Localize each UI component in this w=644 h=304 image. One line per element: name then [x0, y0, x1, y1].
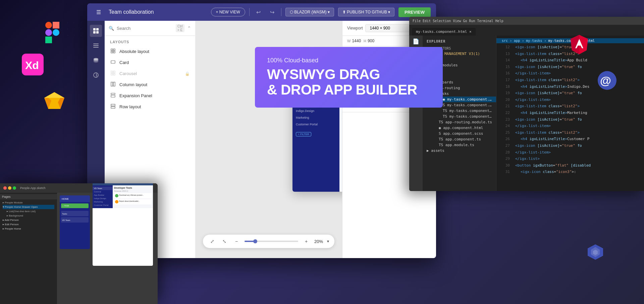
filter-label: + FILTER [296, 132, 311, 136]
maximize-dot[interactable] [13, 186, 16, 190]
sketch-canvas: HOME + TASK Tasks VD Team [57, 193, 158, 304]
zoom-in-button[interactable]: + [302, 237, 310, 245]
layer-background[interactable]: ▸ Background [3, 214, 54, 218]
file-app-module[interactable]: TS app.module.ts [423, 142, 496, 148]
search-icon: 🔍 [109, 26, 114, 31]
code-line-29: 29</igx-list> [496, 156, 644, 162]
zoom-out-button[interactable]: − [232, 237, 240, 245]
vscode-menu-help[interactable]: Help [495, 19, 503, 23]
ab2-nav-general: General [93, 190, 113, 193]
components-icon-btn[interactable] [90, 25, 102, 37]
folder-assets[interactable]: ▶ assets [423, 148, 496, 154]
angular-at-icon: @ [597, 70, 617, 90]
vscode-tab-active[interactable]: my-tasks.component.html × [412, 28, 476, 36]
code-line-30: 30<button igxButton="flat" [disabled [496, 162, 644, 169]
nav-indigo[interactable]: Indigo.Design [292, 108, 339, 114]
ab2-body: VD Team General App Builder Indigo.Desig… [93, 185, 153, 208]
vscode-menu-go[interactable]: Go [463, 19, 467, 23]
svg-marker-10 [44, 92, 64, 98]
layer-list[interactable]: ▸ List(One-line item List) [3, 209, 54, 214]
file-spec[interactable]: TS my-tasks.component.spec.ts [423, 108, 496, 114]
svg-rect-41 [111, 93, 115, 95]
layer-people-home[interactable]: ▸ People Home [3, 227, 54, 231]
hero-text: 100% Cloud-based WYSIWYG DRAG& DROP APP … [255, 47, 443, 108]
layout-row[interactable]: Row layout [105, 101, 195, 112]
preview-button[interactable]: PREVIEW [398, 7, 431, 17]
app-title: Team collaboration [109, 9, 207, 15]
layout-carousel: Carousel 🔒 [105, 68, 195, 79]
layouts-section-header: LAYOUTS [105, 36, 195, 46]
vscode-menu-view[interactable]: View [453, 19, 461, 23]
svg-rect-35 [111, 71, 113, 73]
fit-screen-button[interactable]: ⤢ [208, 237, 216, 245]
code-line-19: 19<igx-icon [isActive]="true" fo [496, 90, 644, 97]
zoom-dropdown-button[interactable]: ▾ [327, 239, 329, 244]
file-app-ts[interactable]: TS app.component.ts [423, 136, 496, 142]
undo-button[interactable]: ↩ [254, 8, 263, 17]
collapse-icon[interactable]: ⌃ [187, 25, 191, 31]
svg-rect-23 [93, 31, 96, 34]
svg-rect-43 [111, 104, 115, 106]
vscode-menu-run[interactable]: Run [469, 19, 475, 23]
card-layout-label: Card [119, 60, 129, 65]
svg-rect-3 [53, 22, 59, 28]
theme-icon-btn[interactable] [90, 69, 102, 81]
layout-absolute[interactable]: Absolute layout [105, 46, 195, 57]
nav-filter-btn[interactable]: + FILTER [292, 128, 339, 139]
artboard-1: HOME + TASK Tasks VD Team [60, 195, 90, 249]
search-input[interactable] [117, 26, 173, 31]
blazor-button[interactable]: ⬡ BLAZOR (WASM) ▾ [285, 8, 334, 16]
layer-people-home-drawer[interactable]: ▾ People Home Drawer Open [3, 205, 54, 209]
column-layout-icon [110, 82, 116, 87]
layout-column[interactable]: Column layout [105, 79, 195, 90]
ab1-add-task: + TASK [61, 203, 89, 208]
new-view-button[interactable]: + NEW VIEW [211, 8, 245, 16]
layers-icon-btn[interactable] [90, 40, 102, 52]
ab2-t2-text: Report about downloaded... [119, 200, 140, 203]
vscode-menu-edit[interactable]: Edit [423, 19, 431, 23]
vscode-menu-selection[interactable]: Selection [433, 19, 451, 23]
vscode-editor: src › app › my-tasks › my-tasks.componen… [496, 36, 644, 191]
ab1-title: HOME [62, 198, 69, 200]
svg-rect-37 [111, 73, 113, 75]
file-app-scss[interactable]: S app.component.scss [423, 131, 496, 136]
svg-rect-25 [93, 44, 99, 44]
vscode-menubar: File Edit Selection View Go Run Terminal… [409, 17, 644, 25]
vscode-menu-terminal[interactable]: Terminal [477, 19, 493, 23]
hero-title: WYSIWYG DRAG& DROP APP BUILDER [267, 67, 431, 98]
file-app-html[interactable]: ◉ app.component.html [423, 125, 496, 131]
layer-people-module[interactable]: ▸ People Module [3, 200, 54, 205]
ab2-nav-indigo: Indigo.Design [93, 197, 113, 200]
layout-expansion[interactable]: Expansion Panel [105, 90, 195, 101]
redo-button[interactable]: ↪ [267, 8, 277, 17]
svg-rect-26 [93, 45, 99, 46]
carousel-layout-icon [110, 71, 116, 76]
nav-customer[interactable]: Customer Portal [292, 121, 339, 128]
code-line-24: 24</igx-list-item> [496, 123, 644, 129]
sketch-window: People-App.sketch Pages ▸ People Module … [0, 183, 158, 304]
menu-button[interactable]: ☰ [93, 6, 105, 18]
data-icon-btn[interactable] [90, 54, 102, 66]
layout-card[interactable]: Card [105, 57, 195, 68]
file-routing[interactable]: TS app-routing.module.ts [423, 119, 496, 125]
vscode-menu-file[interactable]: File [413, 19, 421, 23]
svg-rect-2 [45, 37, 52, 43]
code-line-25: 25<igx-list-item class="list2"> [496, 129, 644, 136]
expand-button[interactable]: ⤡ [220, 237, 228, 245]
vscode-explorer-btn[interactable]: 📄 [413, 38, 419, 45]
code-line-16: 16</igx-list-item> [496, 70, 644, 77]
publish-button[interactable]: ⬆ PUBLISH TO GITHUB ▾ [338, 8, 394, 16]
zoom-slider[interactable] [245, 241, 298, 242]
close-dot[interactable] [3, 186, 7, 190]
layer-edit-person[interactable]: ▸ Edit Person [3, 222, 54, 227]
sketch-layers: Pages ▸ People Module ▾ People Home Draw… [0, 193, 57, 304]
minimize-dot[interactable] [8, 186, 11, 190]
ignite-icon [587, 244, 604, 260]
layer-add-person[interactable]: ▸ Add Person [3, 218, 54, 222]
code-line-14: 14<h4 igxListLineTitle>App Build [496, 57, 644, 64]
file-ts[interactable]: TS my-tasks.component.ts [423, 114, 496, 119]
svg-rect-44 [111, 107, 115, 108]
xd-icon: Xd [22, 54, 45, 77]
vscode-explorer-title: EXPLORER [423, 38, 496, 46]
nav-marketing[interactable]: Marketing [292, 114, 339, 121]
